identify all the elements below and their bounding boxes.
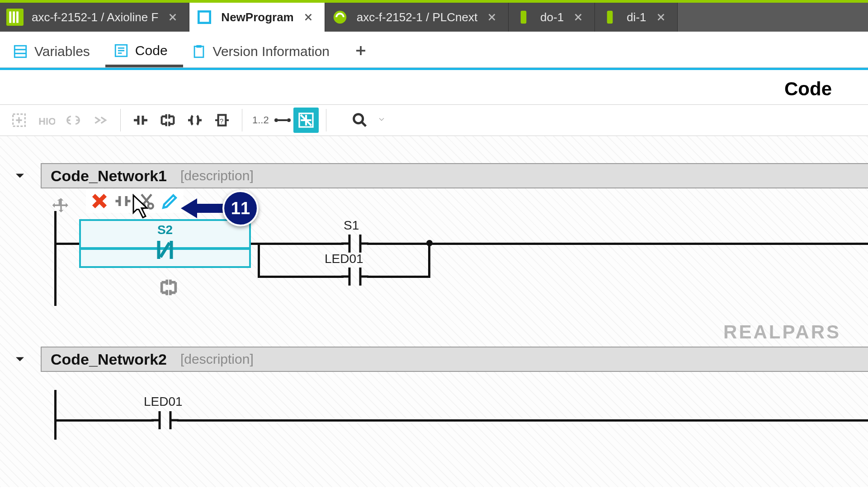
svg-rect-16 bbox=[278, 119, 287, 121]
svg-rect-5 bbox=[521, 11, 527, 24]
io-icon bbox=[601, 9, 618, 26]
network-1-block: Code_Network1 [description] bbox=[41, 163, 868, 315]
network-2-block: Code_Network2 [description] LED01 bbox=[41, 347, 868, 444]
coil-button[interactable] bbox=[182, 108, 208, 133]
window-tab-label: axc-f-2152-1 / PLCnext bbox=[357, 10, 477, 24]
ladder-canvas[interactable]: Code_Network1 [description] bbox=[0, 136, 868, 487]
collapse-caret[interactable] bbox=[11, 351, 29, 367]
axioline-icon bbox=[6, 9, 24, 26]
close-icon[interactable] bbox=[302, 11, 315, 23]
svg-rect-2 bbox=[16, 11, 19, 23]
close-icon[interactable] bbox=[166, 11, 179, 23]
add-parallel-branch-button[interactable] bbox=[158, 277, 179, 300]
sub-tab-variables[interactable]: Variables bbox=[5, 38, 105, 67]
search-dropdown-icon[interactable] bbox=[377, 115, 389, 126]
edit-element-button[interactable] bbox=[160, 191, 180, 211]
sub-tab-add[interactable] bbox=[345, 39, 377, 67]
page-title: Code bbox=[784, 78, 832, 100]
page-title-row: Code bbox=[0, 70, 868, 104]
io-icon bbox=[515, 9, 532, 26]
svg-text:HIO): HIO) bbox=[38, 116, 55, 127]
network-header[interactable]: Code_Network2 [description] bbox=[41, 347, 868, 372]
close-icon[interactable] bbox=[572, 11, 585, 23]
insert-network-button[interactable] bbox=[6, 108, 32, 133]
nc-contact-icon bbox=[152, 237, 178, 264]
toolbar-separator bbox=[326, 109, 326, 131]
plus-icon bbox=[354, 43, 368, 61]
svg-rect-0 bbox=[9, 11, 11, 23]
ladder-network-1[interactable]: 11 S2 bbox=[45, 188, 868, 315]
collapse-caret[interactable] bbox=[11, 168, 29, 184]
wire bbox=[428, 243, 430, 278]
network-header[interactable]: Code_Network1 [description] bbox=[41, 163, 868, 188]
sub-tab-label: Version Information bbox=[213, 44, 330, 59]
sub-tab-code[interactable]: Code bbox=[105, 37, 183, 67]
tutorial-callout: 11 bbox=[181, 190, 259, 226]
code-icon bbox=[113, 43, 129, 58]
ladder-network-2[interactable]: LED01 bbox=[45, 372, 868, 444]
table-icon bbox=[13, 44, 28, 59]
callout-number-badge: 11 bbox=[222, 190, 259, 226]
svg-rect-3 bbox=[199, 11, 210, 23]
wire bbox=[258, 276, 344, 278]
window-tab-label: axc-f-2152-1 / Axioline F bbox=[32, 10, 158, 24]
editor-sub-tabs: Variables Code Version Information bbox=[0, 32, 868, 68]
wire bbox=[367, 243, 430, 245]
wire bbox=[258, 243, 260, 278]
pointer-cursor-icon bbox=[127, 194, 148, 223]
svg-rect-1 bbox=[13, 11, 15, 23]
power-rail bbox=[54, 211, 57, 306]
svg-text:?: ? bbox=[220, 117, 223, 125]
svg-point-4 bbox=[334, 11, 347, 24]
window-tab-newprogram[interactable]: NewProgram bbox=[189, 3, 325, 32]
wire bbox=[177, 419, 868, 422]
toolbar-coil-icon[interactable] bbox=[61, 108, 86, 133]
search-button[interactable] bbox=[347, 108, 373, 133]
layout-mode-button[interactable] bbox=[293, 108, 319, 133]
sub-tab-version[interactable]: Version Information bbox=[183, 38, 345, 67]
svg-point-17 bbox=[287, 118, 291, 122]
network-title: Code_Network1 bbox=[51, 167, 167, 185]
watermark-text: REALPARS bbox=[723, 321, 841, 343]
wire bbox=[258, 243, 344, 245]
contact-label: LED01 bbox=[325, 252, 363, 266]
delete-element-button[interactable] bbox=[90, 191, 109, 211]
contact-led01[interactable] bbox=[341, 263, 368, 290]
window-tab-label: NewProgram bbox=[221, 10, 293, 24]
connector-icon bbox=[274, 116, 292, 125]
window-tab-di1[interactable]: di-1 bbox=[595, 3, 677, 32]
move-handle-icon[interactable] bbox=[52, 197, 71, 217]
window-tab-do1[interactable]: do-1 bbox=[509, 3, 595, 32]
network-range-label: 1..2 bbox=[250, 114, 272, 126]
toolbar-separator bbox=[120, 109, 121, 131]
contact-label: S1 bbox=[344, 218, 359, 233]
power-rail bbox=[54, 390, 57, 440]
contact-no-button[interactable] bbox=[128, 108, 153, 133]
wire bbox=[367, 276, 430, 278]
toolbar-separator bbox=[242, 109, 242, 131]
sub-tab-label: Variables bbox=[34, 44, 90, 59]
function-block-button[interactable]: ? bbox=[209, 108, 235, 133]
parallel-contact-button[interactable] bbox=[155, 108, 180, 133]
close-icon[interactable] bbox=[655, 11, 667, 23]
window-tab-bar: axc-f-2152-1 / Axioline F NewProgram axc… bbox=[0, 0, 868, 32]
window-tab-plcnext[interactable]: axc-f-2152-1 / PLCnext bbox=[325, 3, 509, 32]
wire bbox=[57, 243, 81, 245]
sub-tab-label: Code bbox=[135, 43, 168, 58]
toolbar-text-icon[interactable]: HIO) bbox=[33, 108, 59, 133]
window-tab-axioline[interactable]: axc-f-2152-1 / Axioline F bbox=[0, 3, 189, 32]
network-description-placeholder[interactable]: [description] bbox=[180, 168, 254, 183]
toolbar-jump-icon[interactable] bbox=[88, 108, 113, 133]
close-icon[interactable] bbox=[486, 11, 498, 23]
contact-s2-selected[interactable]: S2 bbox=[79, 219, 251, 268]
svg-rect-7 bbox=[14, 46, 26, 57]
svg-rect-9 bbox=[194, 47, 203, 57]
program-icon bbox=[196, 9, 213, 26]
svg-rect-6 bbox=[607, 11, 613, 24]
network-description-placeholder[interactable]: [description] bbox=[180, 352, 254, 367]
contact-led01-n2[interactable] bbox=[151, 407, 179, 434]
svg-rect-10 bbox=[196, 45, 201, 48]
window-tab-label: di-1 bbox=[627, 10, 646, 24]
contact-label: LED01 bbox=[144, 394, 183, 409]
svg-point-15 bbox=[274, 118, 278, 122]
